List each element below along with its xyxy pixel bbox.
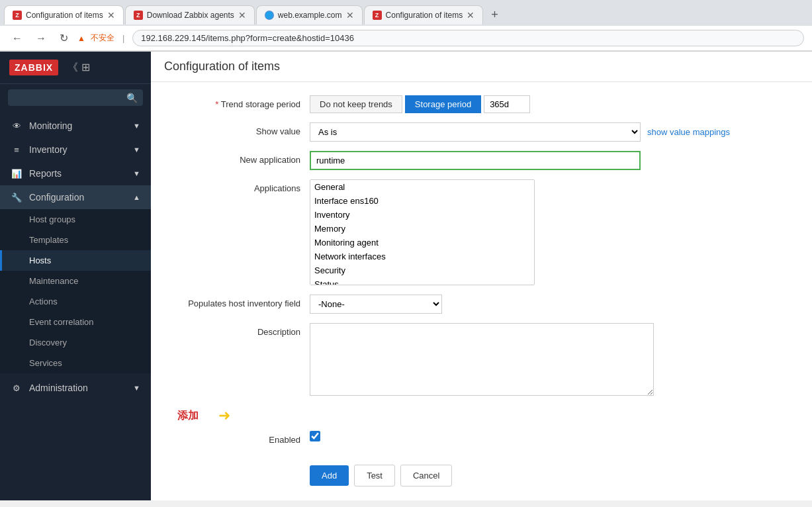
- tab-zabbix-icon-4: Z: [373, 11, 382, 20]
- add-button[interactable]: Add: [310, 465, 349, 486]
- sidebar-label-reports: Reports: [29, 168, 62, 179]
- tab-close-4[interactable]: ✕: [467, 10, 474, 21]
- tab-close-1[interactable]: ✕: [107, 10, 115, 21]
- show-value-select[interactable]: As is: [310, 122, 641, 142]
- page-title: Configuration of items: [164, 60, 799, 73]
- search-box: 🔍: [0, 84, 151, 111]
- form-area: Trend storage period Do not keep trends …: [151, 82, 812, 500]
- app-option-status: Status: [310, 277, 534, 285]
- address-separator: |: [122, 33, 124, 43]
- new-application-row: New application: [164, 151, 792, 170]
- sidebar-label-configuration: Configuration: [29, 192, 84, 203]
- tab-close-3[interactable]: ✕: [346, 10, 354, 21]
- trend-storage-label: Trend storage period: [164, 95, 310, 109]
- sidebar-item-administration[interactable]: ⚙ Administration ▼: [0, 376, 151, 400]
- tab-1[interactable]: Z Configuration of items ✕: [4, 5, 124, 24]
- reports-icon: 📊: [11, 169, 23, 179]
- populates-select[interactable]: -None-: [310, 295, 442, 314]
- app-option-memory: Memory: [310, 222, 534, 236]
- new-tab-button[interactable]: +: [484, 4, 505, 26]
- forward-button[interactable]: →: [32, 31, 50, 46]
- sidebar-item-reports[interactable]: 📊 Reports ▼: [0, 161, 151, 185]
- sidebar: ZABBIX 《 ⊞ 🔍 👁 Monitoring ▼ ≡ Inventory …: [0, 52, 151, 500]
- app-option-security: Security: [310, 263, 534, 277]
- description-textarea[interactable]: [310, 323, 654, 396]
- enabled-row: Enabled: [164, 431, 792, 445]
- inventory-icon: ≡: [11, 145, 23, 155]
- populates-control: -None-: [310, 295, 792, 314]
- app-option-general: General: [310, 180, 534, 194]
- sidebar-label-administration: Administration: [29, 383, 88, 393]
- enabled-label: Enabled: [164, 431, 310, 445]
- search-input[interactable]: [8, 89, 143, 106]
- configuration-subnav: Host groups Templates Hosts Maintenance …: [0, 209, 151, 373]
- subnav-services[interactable]: Services: [0, 353, 151, 373]
- tab-3[interactable]: 🌐 web.example.com ✕: [256, 5, 363, 24]
- annotation-row: 添加 ➜: [164, 407, 792, 424]
- navigation-bar: ← → ↻ ▲ 不安全 |: [0, 26, 812, 51]
- tab-zabbix-icon-2: Z: [134, 11, 143, 20]
- app-option-interface: Interface ens160: [310, 194, 534, 208]
- address-bar[interactable]: [132, 30, 804, 46]
- show-value-control: As is show value mappings: [310, 122, 792, 142]
- new-application-label: New application: [164, 151, 310, 165]
- populates-label: Populates host inventory field: [164, 295, 310, 308]
- show-value-mappings-link[interactable]: show value mappings: [647, 127, 730, 137]
- action-buttons-row: Add Test Cancel: [164, 454, 792, 497]
- arrow-annotation-icon: ➜: [218, 407, 230, 424]
- reload-button[interactable]: ↻: [56, 30, 72, 46]
- tab-4[interactable]: Z Configuration of items ✕: [364, 5, 484, 24]
- subnav-hosts[interactable]: Hosts: [0, 250, 151, 271]
- browser-chrome: Z Configuration of items ✕ Z Download Za…: [0, 0, 812, 52]
- subnav-discovery[interactable]: Discovery: [0, 332, 151, 353]
- populates-row: Populates host inventory field -None-: [164, 295, 792, 314]
- cancel-button[interactable]: Cancel: [400, 465, 452, 486]
- description-control: [310, 323, 792, 398]
- applications-row: Applications General Interface ens160 In…: [164, 179, 792, 285]
- applications-listbox[interactable]: General Interface ens160 Inventory Memor…: [310, 179, 535, 285]
- sidebar-item-configuration[interactable]: 🔧 Configuration ▲: [0, 185, 151, 209]
- zabbix-logo: ZABBIX: [9, 60, 58, 75]
- enabled-checkbox[interactable]: [310, 431, 320, 441]
- subnav-maintenance[interactable]: Maintenance: [0, 271, 151, 291]
- do-not-keep-trends-button[interactable]: Do not keep trends: [310, 95, 402, 113]
- app-option-monitoring: Monitoring agent: [310, 236, 534, 250]
- tab-2[interactable]: Z Download Zabbix agents ✕: [125, 5, 255, 24]
- back-button[interactable]: ←: [8, 31, 26, 46]
- app-option-network: Network interfaces: [310, 250, 534, 263]
- trend-storage-control: Do not keep trends Storage period: [310, 95, 792, 113]
- tab-close-2[interactable]: ✕: [238, 10, 246, 21]
- subnav-templates[interactable]: Templates: [0, 230, 151, 250]
- security-warning-icon: ▲: [77, 34, 85, 43]
- description-label: Description: [164, 323, 310, 337]
- tab-zabbix-icon-1: Z: [13, 11, 22, 20]
- new-application-input[interactable]: [310, 151, 641, 170]
- new-application-control: [310, 151, 792, 170]
- inventory-arrow: ▼: [133, 146, 140, 154]
- configuration-arrow: ▲: [133, 193, 140, 201]
- administration-icon: ⚙: [11, 383, 23, 393]
- sidebar-item-monitoring[interactable]: 👁 Monitoring ▼: [0, 114, 151, 138]
- storage-period-button[interactable]: Storage period: [405, 95, 481, 113]
- tab-label-3: web.example.com: [278, 11, 342, 20]
- trend-storage-row: Trend storage period Do not keep trends …: [164, 95, 792, 113]
- sidebar-label-monitoring: Monitoring: [29, 120, 72, 131]
- configuration-icon: 🔧: [11, 193, 23, 203]
- tab-label-2: Download Zabbix agents: [147, 11, 234, 20]
- description-row: Description: [164, 323, 792, 398]
- subnav-host-groups[interactable]: Host groups: [0, 209, 151, 230]
- test-button[interactable]: Test: [354, 465, 395, 486]
- trend-period-input[interactable]: [484, 95, 530, 113]
- logo-icons: 《 ⊞: [68, 61, 89, 75]
- nav-section-main: 👁 Monitoring ▼ ≡ Inventory ▼ 📊 Reports ▼…: [0, 111, 151, 402]
- app-option-inventory: Inventory: [310, 208, 534, 222]
- subnav-event-correlation[interactable]: Event correlation: [0, 312, 151, 332]
- main-layout: ZABBIX 《 ⊞ 🔍 👁 Monitoring ▼ ≡ Inventory …: [0, 52, 812, 500]
- show-value-row: Show value As is show value mappings: [164, 122, 792, 142]
- search-icon: 🔍: [126, 93, 138, 103]
- security-label: 不安全: [91, 32, 114, 44]
- subnav-actions[interactable]: Actions: [0, 291, 151, 312]
- applications-control: General Interface ens160 Inventory Memor…: [310, 179, 792, 285]
- page-header: Configuration of items: [151, 52, 812, 82]
- sidebar-item-inventory[interactable]: ≡ Inventory ▼: [0, 138, 151, 161]
